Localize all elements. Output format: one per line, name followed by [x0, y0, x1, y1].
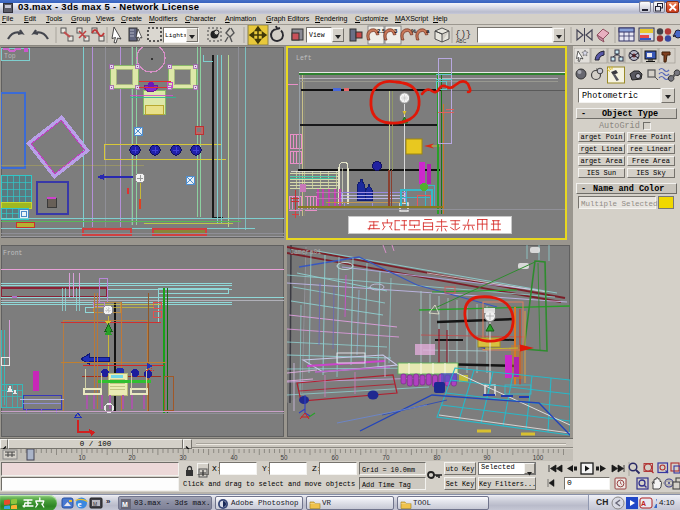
svg-text:20: 20	[128, 454, 136, 461]
svg-text:M: M	[122, 501, 128, 508]
svg-text:Camera01: Camera01	[290, 249, 321, 256]
svg-text:Left: Left	[296, 55, 312, 62]
svg-text:60: 60	[331, 454, 339, 461]
svg-text:Front: Front	[3, 250, 23, 257]
svg-text:80: 80	[433, 454, 441, 461]
svg-text:100: 100	[533, 454, 544, 461]
svg-text:M: M	[93, 501, 97, 507]
svg-text:50: 50	[280, 454, 288, 461]
svg-text:70: 70	[382, 454, 390, 461]
svg-text:30: 30	[179, 454, 187, 461]
svg-text:A: A	[641, 500, 646, 507]
svg-text:Top: Top	[4, 53, 16, 60]
svg-text:10: 10	[78, 454, 86, 461]
svg-text:90: 90	[483, 454, 491, 461]
svg-text:»: »	[106, 497, 111, 506]
svg-text:40: 40	[230, 454, 238, 461]
